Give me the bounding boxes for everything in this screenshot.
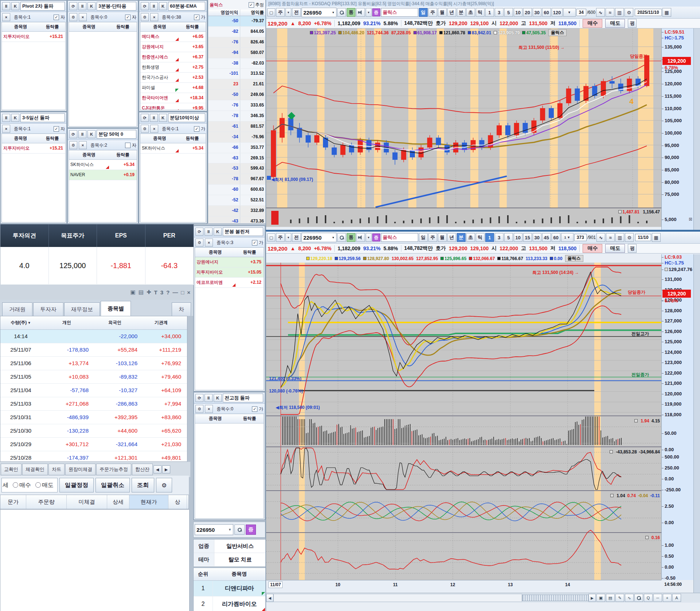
expand-icon[interactable]: ⊠ <box>689 217 692 222</box>
list-item[interactable]: 지투지바이오+15.21 <box>2 143 65 154</box>
period-quick-button[interactable]: 주 <box>276 8 285 17</box>
sell-button[interactable]: 매도 <box>605 19 625 28</box>
zoom-out-icon[interactable]: ─ <box>653 594 662 602</box>
watchlist-title[interactable]: 분당10억이상 <box>168 113 205 122</box>
rank-row[interactable]: 2리가켐바이오 <box>194 596 266 611</box>
column-header[interactable]: 종목명 <box>2 134 39 143</box>
watchlist-title[interactable]: 분당 50억 0 <box>97 130 136 139</box>
query-button[interactable]: 조회 <box>132 478 154 492</box>
order-tab-체결확인[interactable]: 체결확인 <box>22 464 48 475</box>
period-button-월[interactable]: 월 <box>438 8 447 17</box>
interval-button-5[interactable]: 5 <box>504 8 513 17</box>
column-header[interactable]: 등락률 <box>179 134 206 143</box>
settings-icon[interactable]: ⚙ <box>625 8 633 17</box>
refresh-icon[interactable]: ⟳ <box>141 114 149 122</box>
buy-button[interactable]: 매수 <box>583 244 602 253</box>
price-axis[interactable]: LC:9.03HC:-1.75129,247.76131,000130,0001… <box>661 254 693 580</box>
period-button-분[interactable]: 분 <box>457 8 466 17</box>
pause-button[interactable]: II <box>205 228 213 236</box>
interval-button-1[interactable]: 1 <box>485 8 494 17</box>
table-row[interactable]: 25/10/29+301,712-321,664+21,030 <box>0 438 187 451</box>
pause-button[interactable]: II <box>205 394 213 402</box>
close-icon[interactable]: × <box>2 125 10 133</box>
q-icon[interactable]: Q <box>644 594 653 602</box>
chevron-down-icon[interactable]: ▼ <box>27 321 31 325</box>
close-icon[interactable]: × <box>150 125 158 133</box>
chart-scrollbar[interactable]: ◀ ▶ ▣ ▤ ✎ ∿ Q ─ + A <box>266 593 700 603</box>
auto-checkbox[interactable]: ✓ <box>54 126 59 132</box>
column-header[interactable]: 외국인 <box>92 316 141 329</box>
list-item[interactable]: SK하이닉스+5.34 <box>69 160 137 170</box>
window-icon[interactable]: ▢ <box>267 233 275 241</box>
gear-icon[interactable]: ⚙ <box>69 13 77 21</box>
scroll-left-icon[interactable]: ◀ <box>266 594 273 602</box>
auto-checkbox[interactable]: ✓ <box>125 15 131 20</box>
period-button-년[interactable]: 년 <box>447 233 456 242</box>
table-row[interactable]: 25/11/03+271,068-286,863+7,994 <box>0 397 187 411</box>
table-row[interactable]: 25/11/07-178,830+55,284+111,219 <box>0 343 187 357</box>
save-icon[interactable]: ▥ <box>615 233 624 242</box>
prev-button[interactable]: 전 <box>292 8 301 17</box>
column-header[interactable]: 기관계 <box>141 316 185 329</box>
column-header[interactable]: 등락률 <box>236 248 264 257</box>
order-column-header[interactable]: 현재가 <box>129 495 168 509</box>
order-column-header[interactable]: 미체결 <box>67 495 107 509</box>
stock-name-box[interactable]: 올릭스 <box>381 233 418 242</box>
period-button-초[interactable]: 초 <box>466 233 475 242</box>
column-header[interactable]: 등락률 <box>109 150 137 159</box>
bulk-modify-button[interactable]: 일괄정정 <box>59 478 94 492</box>
draw-icon[interactable]: ✎ <box>615 594 624 602</box>
date-box[interactable]: 11/10 <box>635 234 651 241</box>
order-tab-원장미체결[interactable]: 원장미체결 <box>65 464 96 475</box>
channel-button[interactable]: 통 <box>347 8 355 17</box>
auto-icon[interactable]: A <box>672 594 681 602</box>
buy-button[interactable]: 매수 <box>583 19 602 28</box>
list-item[interactable]: 지투지바이오+15.05 <box>195 267 264 278</box>
period-quick-button[interactable]: 주 <box>276 233 285 242</box>
copy-icon[interactable]: ▤ <box>139 289 144 295</box>
chart-side-strip[interactable] <box>693 28 700 230</box>
close-icon[interactable]: × <box>187 289 190 295</box>
column-header[interactable]: 등락률 <box>236 414 264 423</box>
table-row[interactable]: 14:14-22,000+34,000 <box>0 330 187 343</box>
order-settings-button[interactable]: ⚙ <box>156 478 172 492</box>
watchlist-title[interactable]: 60분봉-EMA <box>168 2 205 11</box>
pause-button[interactable]: II <box>150 2 158 10</box>
minimize-icon[interactable]: — <box>172 289 178 295</box>
stock-code-combo[interactable]: 226950 ▼ <box>195 524 233 535</box>
refresh-icon[interactable]: ⟳ <box>195 228 203 236</box>
chevron-down-icon[interactable]: ▼ <box>285 8 291 17</box>
interval-button-3[interactable]: 3 <box>495 8 503 17</box>
date-box[interactable]: 2025/11/10 <box>635 9 661 16</box>
three-icon[interactable]: 3 <box>160 289 163 295</box>
save-icon[interactable]: ▥ <box>615 8 624 17</box>
tab-거래원[interactable]: 거래원 <box>2 302 32 316</box>
refresh-icon[interactable]: ⟳ <box>69 130 77 138</box>
column-header[interactable]: 종목명 <box>2 22 39 31</box>
price-axis[interactable]: LC:59.51HC:-1.75135,000130,000125,000120… <box>661 28 693 230</box>
table-row[interactable]: 25/10/30-130,228+44,600+65,620 <box>0 424 187 438</box>
k-button[interactable]: K <box>11 114 19 122</box>
column-header[interactable]: 등락률 <box>39 22 65 31</box>
interval-button-5[interactable]: 5 <box>504 233 513 242</box>
list-item[interactable]: 강원에너지+3.75 <box>195 257 264 267</box>
calendar-icon[interactable]: ▦ <box>662 8 671 17</box>
order-tab-주문가능추정[interactable]: 주문가능추정 <box>96 464 131 475</box>
speaker-button[interactable] <box>356 233 365 242</box>
order-tab-합산잔[interactable]: 합산잔 <box>132 464 153 475</box>
search-button[interactable] <box>337 233 346 242</box>
period-button-틱[interactable]: 틱 <box>476 233 485 242</box>
tabs-right-icon[interactable]: ▶ <box>162 465 170 473</box>
close-icon[interactable]: × <box>205 239 213 247</box>
period-button-일[interactable]: 일 <box>419 8 428 17</box>
close-icon[interactable]: × <box>150 13 158 21</box>
tabs-left-icon[interactable]: ◀ <box>153 465 162 473</box>
column-header[interactable]: 등락률 <box>109 22 137 31</box>
order-column-header[interactable]: 상세 <box>107 495 129 509</box>
chart-side-strip[interactable] <box>693 254 700 601</box>
interval-button-120[interactable]: 120 <box>552 8 563 17</box>
table-row[interactable]: 25/10/31-486,939+392,395+83,860 <box>0 411 187 424</box>
refresh-icon[interactable]: ⟳ <box>141 2 149 10</box>
k-button[interactable]: K <box>11 2 19 10</box>
channel-button[interactable]: 통 <box>347 233 355 242</box>
